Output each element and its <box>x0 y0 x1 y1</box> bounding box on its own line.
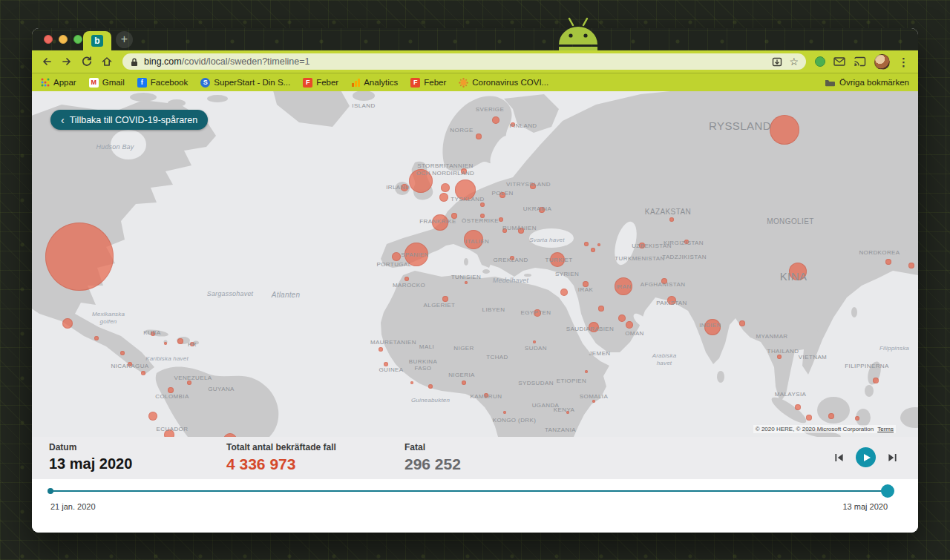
feber-icon: F <box>303 78 312 88</box>
map-label: ÖSTERRIKE <box>462 217 499 224</box>
mail-extension-icon[interactable] <box>833 57 845 66</box>
covid-bubble[interactable] <box>499 217 503 222</box>
covid-bubble[interactable] <box>855 416 859 421</box>
map-label: PORTUGAL <box>376 261 411 268</box>
terms-link[interactable]: Terms <box>877 426 894 432</box>
fatal-value: 296 252 <box>404 455 461 473</box>
covid-bubble[interactable] <box>148 412 157 421</box>
stat-date: Datum 13 maj 2020 <box>49 442 132 472</box>
covid-bubble[interactable] <box>404 277 409 281</box>
bookmark-star-icon[interactable]: ☆ <box>789 56 799 67</box>
bookmark-gmail[interactable]: M Gmail <box>89 78 125 88</box>
covid-world-map[interactable]: Hudson BayISLANDSVERIGENORGEFINLANDRYSSL… <box>32 91 918 437</box>
covid-bubble[interactable] <box>533 340 536 343</box>
covid-bubble[interactable] <box>187 381 191 385</box>
save-page-icon[interactable] <box>772 57 782 67</box>
covid-bubble[interactable] <box>480 202 485 207</box>
bookmark-feber-2[interactable]: F Feber <box>410 78 446 88</box>
pinned-tab-bing[interactable]: b <box>83 31 111 50</box>
covid-bubble[interactable] <box>379 347 383 352</box>
back-button[interactable] <box>38 53 55 70</box>
covid-bubble[interactable] <box>592 400 595 403</box>
reload-button[interactable] <box>78 53 95 70</box>
covid-bubble[interactable] <box>828 413 834 419</box>
covid-bubble[interactable] <box>669 217 674 222</box>
timeline-thumb[interactable] <box>881 484 894 498</box>
covid-bubble[interactable] <box>739 320 745 326</box>
timeline-track[interactable] <box>50 490 888 492</box>
covid-bubble[interactable] <box>626 321 633 329</box>
covid-bubble[interactable] <box>598 306 604 312</box>
bookmark-facebook[interactable]: f Facebook <box>137 78 189 88</box>
covid-bubble[interactable] <box>439 193 448 202</box>
minimize-window-button[interactable] <box>59 35 68 44</box>
covid-bubble[interactable] <box>441 183 450 192</box>
skip-to-start-button[interactable] <box>833 452 845 464</box>
covid-bubble[interactable] <box>462 381 466 385</box>
timeline-start-marker <box>48 488 53 494</box>
covid-bubble[interactable] <box>795 404 801 410</box>
gmail-icon: M <box>89 78 99 88</box>
forward-icon <box>61 56 73 67</box>
new-tab-button[interactable]: + <box>116 31 133 48</box>
covid-bubble[interactable] <box>94 336 99 340</box>
covid-bubble[interactable] <box>392 252 401 261</box>
url-path: /covid/local/sweden?timeline=1 <box>182 56 310 67</box>
skip-to-end-button[interactable] <box>887 452 899 464</box>
covid-bubble[interactable] <box>141 371 145 375</box>
back-to-tracker-button[interactable]: ‹ Tillbaka till COVID-19-spåraren <box>50 110 208 130</box>
map-label: UKRAINA <box>523 205 551 212</box>
browser-toolbar: bing.com/covid/local/sweden?timeline=1 ☆… <box>32 50 918 73</box>
covid-bubble[interactable] <box>476 134 482 139</box>
covid-bubble[interactable] <box>770 115 799 145</box>
extension-green-icon[interactable] <box>815 56 825 67</box>
covid-bubble[interactable] <box>777 355 782 359</box>
covid-bubble[interactable] <box>873 378 879 383</box>
map-label: SYDSUDAN <box>518 380 554 386</box>
cast-icon[interactable] <box>854 56 866 67</box>
bookmark-feber-1[interactable]: F Feber <box>303 78 338 88</box>
forward-button[interactable] <box>58 53 75 70</box>
coronavirus-icon <box>459 78 468 88</box>
facebook-icon: f <box>137 78 147 88</box>
covid-bubble[interactable] <box>908 263 914 269</box>
covid-bubble[interactable] <box>177 338 183 344</box>
covid-bubble[interactable] <box>503 411 506 414</box>
back-icon <box>41 56 53 67</box>
covid-bubble[interactable] <box>618 314 626 322</box>
map-label: PR <box>188 341 197 348</box>
bookmark-analytics[interactable]: Analytics <box>351 78 398 87</box>
covid-bubble[interactable] <box>410 381 413 384</box>
other-bookmarks[interactable]: Övriga bokmärken <box>825 78 909 87</box>
covid-bubble[interactable] <box>492 116 499 124</box>
bookmark-coronavirus[interactable]: Coronavirus COVI... <box>459 78 548 88</box>
covid-bubble[interactable] <box>62 318 73 329</box>
play-button[interactable] <box>856 447 876 467</box>
covid-bubble[interactable] <box>585 370 588 373</box>
covid-bubble[interactable] <box>885 259 891 265</box>
map-label: Arabiska <box>652 352 677 359</box>
bookmark-superstart[interactable]: S SuperStart - Din S... <box>200 78 290 88</box>
map-label: VENEZUELA <box>174 375 212 381</box>
covid-bubble[interactable] <box>164 342 167 345</box>
bookmark-appar[interactable]: Appar <box>41 78 76 87</box>
covid-bubble[interactable] <box>591 248 595 252</box>
covid-bubble[interactable] <box>806 415 812 421</box>
covid-bubble[interactable] <box>597 243 600 246</box>
map-label: RUMÄNIEN <box>502 225 537 231</box>
browser-menu-icon[interactable]: ⋮ <box>898 56 909 67</box>
home-button[interactable] <box>98 53 115 70</box>
covid-bubble[interactable] <box>45 223 114 291</box>
covid-bubble[interactable] <box>465 281 468 284</box>
close-window-button[interactable] <box>44 35 53 44</box>
covid-bubble[interactable] <box>428 384 433 389</box>
covid-bubble[interactable] <box>120 351 125 355</box>
profile-avatar[interactable] <box>874 54 890 70</box>
map-label: ALGERIET <box>424 302 456 309</box>
covid-bubble[interactable] <box>584 242 589 246</box>
address-bar[interactable]: bing.com/covid/local/sweden?timeline=1 ☆ <box>122 53 806 70</box>
zoom-window-button[interactable] <box>73 35 82 44</box>
map-label: SOMALIA <box>580 393 608 400</box>
covid-bubble[interactable] <box>560 289 568 296</box>
superstart-icon: S <box>200 78 210 88</box>
